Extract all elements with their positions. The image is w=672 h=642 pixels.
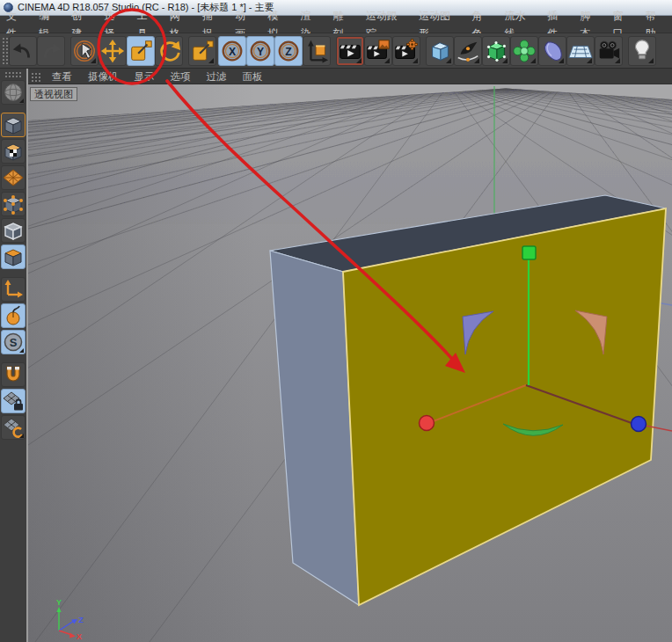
vpmenu-options[interactable]: 选项	[163, 69, 199, 84]
render-picture-viewer-button[interactable]	[364, 36, 392, 66]
last-used-tool-button[interactable]	[188, 36, 216, 66]
live-selection-icon	[71, 38, 98, 64]
viewport[interactable]: Y Z X 透视视图	[28, 84, 672, 642]
scale-icon	[128, 38, 154, 64]
svg-text:Z: Z	[78, 616, 84, 624]
move-tool-button[interactable]	[99, 36, 127, 66]
viewport-tweak-button[interactable]	[1, 303, 26, 328]
subdivision-surface-button[interactable]	[482, 36, 510, 66]
vpmenu-panel[interactable]: 面板	[235, 69, 271, 84]
lock-workplane-button[interactable]	[1, 389, 26, 413]
floor-button[interactable]	[566, 36, 595, 66]
snap-magnet-button[interactable]	[1, 362, 26, 387]
model-mode-button[interactable]	[1, 113, 26, 137]
render-picture-viewer-icon	[365, 38, 391, 64]
planar-workplane-button[interactable]	[1, 415, 26, 440]
axis-mode-icon	[2, 278, 25, 301]
cinema4d-window: CINEMA 4D R18.057 Studio (RC - R18) - [未…	[0, 0, 672, 642]
scale-tool-button[interactable]	[127, 36, 155, 66]
make-editable-icon	[2, 81, 25, 104]
soft-selection-button[interactable]: S	[1, 330, 26, 354]
mouse-icon	[2, 304, 25, 327]
lock-y-axis-button[interactable]: Y	[246, 36, 274, 66]
vpmenu-view[interactable]: 查看	[44, 69, 80, 84]
redo-button[interactable]	[37, 36, 65, 66]
gizmo-y-handle[interactable]	[522, 246, 536, 259]
z-axis-icon: Z	[275, 38, 302, 64]
model-mode-icon	[2, 113, 25, 136]
lock-z-axis-button[interactable]: Z	[274, 36, 303, 66]
lock-x-axis-button[interactable]: X	[218, 36, 246, 66]
edge-mode-icon	[2, 219, 25, 242]
undo-button[interactable]	[9, 36, 37, 66]
planar-workplane-icon	[2, 416, 25, 439]
subdivision-surface-icon	[483, 38, 509, 64]
viewport-menu-grip[interactable]	[30, 71, 40, 82]
texture-mode-icon	[2, 140, 25, 163]
rotate-tool-button[interactable]	[155, 36, 183, 66]
camera-icon	[595, 38, 622, 64]
svg-text:Z: Z	[285, 45, 292, 57]
pen-icon	[455, 38, 481, 64]
point-mode-button[interactable]	[1, 192, 26, 216]
magnet-icon	[2, 363, 25, 386]
redo-icon	[38, 38, 64, 64]
gizmo-x-handle[interactable]	[420, 416, 435, 431]
svg-text:X: X	[229, 45, 237, 57]
svg-text:Y: Y	[257, 45, 264, 57]
menu-bar: 文件 编辑 创建 选择 工具 网格 捕捉 动画 模拟 渲染 雕刻 运动跟踪 运动…	[0, 16, 672, 33]
render-view-button[interactable]	[336, 36, 364, 66]
svg-text:Y: Y	[56, 598, 62, 607]
y-axis-icon: Y	[247, 38, 274, 64]
point-mode-icon	[2, 193, 25, 215]
axis-mode-button[interactable]	[1, 277, 26, 302]
move-icon	[99, 38, 126, 64]
field-button[interactable]	[538, 36, 566, 66]
render-view-icon	[337, 38, 363, 64]
palette-grip[interactable]	[4, 70, 23, 77]
polygon-mode-icon	[2, 245, 25, 268]
vpmenu-camera[interactable]: 摄像机	[80, 69, 127, 84]
camera-button[interactable]	[595, 36, 623, 66]
spline-pen-button[interactable]	[454, 36, 482, 66]
lock-workplane-icon	[2, 390, 25, 412]
coordinate-system-button[interactable]	[303, 36, 331, 66]
light-icon	[629, 38, 655, 64]
corner-shading	[28, 84, 257, 642]
viewport-canvas[interactable]: Y Z X	[28, 84, 672, 642]
edge-mode-button[interactable]	[1, 218, 26, 243]
viewport-label: 透视视图	[30, 87, 77, 101]
workplane-mode-button[interactable]	[1, 165, 26, 190]
vpmenu-filter[interactable]: 过滤	[199, 69, 235, 84]
polygon-mode-button[interactable]	[1, 244, 26, 269]
soft-selection-icon: S	[2, 331, 25, 354]
viewport-menu-bar: 查看 摄像机 显示 选项 过滤 面板	[28, 69, 672, 84]
cube-object-icon	[427, 38, 453, 64]
make-editable-button[interactable]	[1, 80, 26, 105]
deformer-icon	[511, 38, 537, 64]
x-axis-icon: X	[219, 38, 245, 64]
toolbar-grip[interactable]	[1, 36, 8, 66]
texture-mode-button[interactable]	[1, 139, 26, 164]
vpmenu-display[interactable]: 显示	[127, 69, 163, 84]
workplane-icon	[2, 166, 25, 189]
last-tool-scale-icon	[189, 38, 215, 64]
left-tool-palette: S	[0, 69, 26, 642]
deformer-button[interactable]	[510, 36, 538, 66]
render-settings-icon	[393, 38, 420, 64]
light-button[interactable]	[628, 36, 656, 66]
gizmo-z-handle[interactable]	[632, 417, 646, 432]
coordinate-system-icon	[303, 38, 330, 64]
field-icon	[539, 38, 566, 64]
undo-icon	[10, 38, 36, 64]
main-toolbar: X Y Z	[0, 33, 672, 69]
svg-text:S: S	[10, 336, 18, 349]
rotate-icon	[156, 38, 182, 64]
svg-text:X: X	[77, 632, 82, 641]
floor-icon	[567, 38, 594, 64]
add-cube-button[interactable]	[426, 36, 454, 66]
live-selection-button[interactable]	[70, 36, 99, 66]
render-settings-button[interactable]	[392, 36, 420, 66]
